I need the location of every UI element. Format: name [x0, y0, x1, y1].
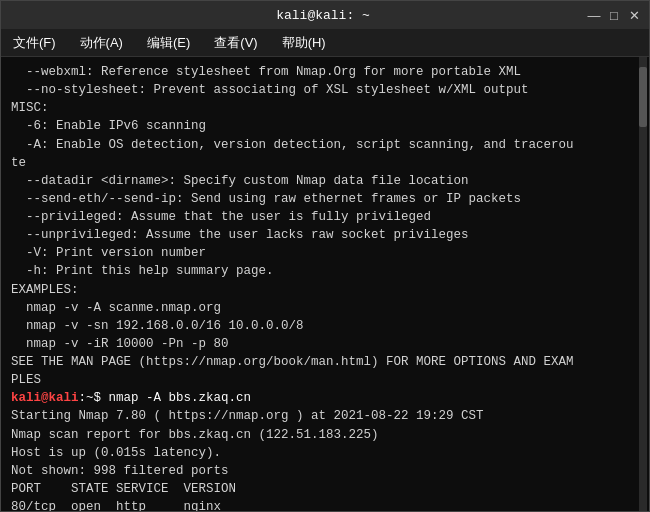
title-bar: kali@kali: ~ — □ ✕ — [1, 1, 649, 29]
menu-edit[interactable]: 编辑(E) — [143, 32, 194, 54]
terminal-window: kali@kali: ~ — □ ✕ 文件(F) 动作(A) 编辑(E) 查看(… — [0, 0, 650, 512]
window-controls: — □ ✕ — [587, 8, 641, 22]
menu-file[interactable]: 文件(F) — [9, 32, 60, 54]
prompt-user-host: kali@kali — [11, 391, 79, 405]
menu-bar: 文件(F) 动作(A) 编辑(E) 查看(V) 帮助(H) — [1, 29, 649, 57]
minimize-button[interactable]: — — [587, 8, 601, 22]
window-title: kali@kali: ~ — [59, 8, 587, 23]
maximize-button[interactable]: □ — [607, 8, 621, 22]
scrollbar-thumb[interactable] — [639, 67, 647, 127]
prompt-path: :~$ — [79, 391, 102, 405]
menu-view[interactable]: 查看(V) — [210, 32, 261, 54]
menu-action[interactable]: 动作(A) — [76, 32, 127, 54]
terminal-output: --webxml: Reference stylesheet from Nmap… — [11, 63, 639, 511]
terminal-content[interactable]: --webxml: Reference stylesheet from Nmap… — [1, 57, 649, 511]
close-button[interactable]: ✕ — [627, 8, 641, 22]
menu-help[interactable]: 帮助(H) — [278, 32, 330, 54]
scrollbar[interactable] — [639, 57, 647, 511]
prompt-command: nmap -A bbs.zkaq.cn — [101, 391, 251, 405]
